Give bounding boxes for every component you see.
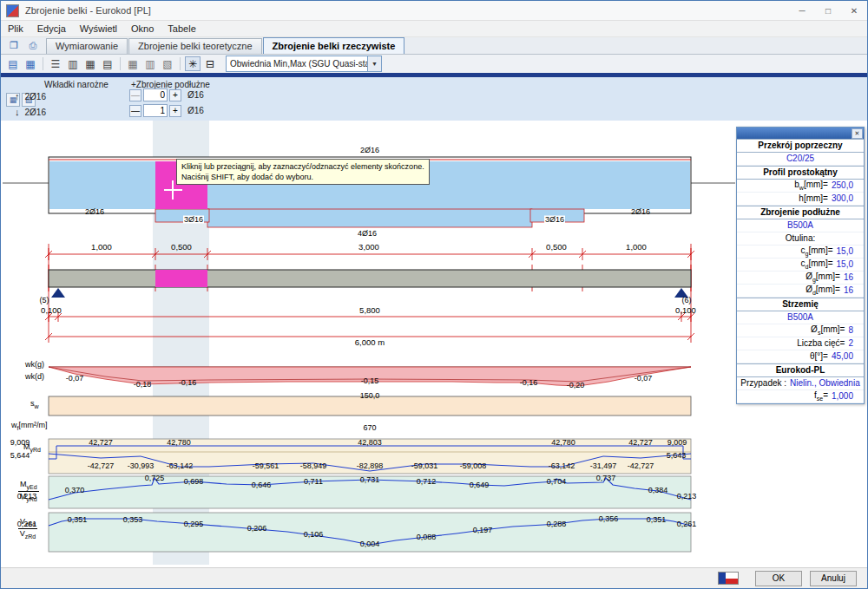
close-button[interactable]: ✕ [841, 1, 867, 20]
myed-myrd-axis-label: MyEd MyRd [18, 480, 39, 503]
canvas-label: 0,088 [417, 533, 437, 541]
menu-item-edycja[interactable]: Edycja [30, 21, 73, 36]
grid-row-icon[interactable]: ▧ [160, 56, 175, 71]
tabbar-icons: ❐⎙ [1, 37, 46, 54]
canvas-label: (6) [682, 297, 692, 304]
canvas-label: -0,07 [635, 375, 653, 383]
copy-icon[interactable]: ❐ [4, 38, 23, 53]
canvas-label: 0,100 [41, 306, 62, 315]
canvas-label: 0,370 [65, 487, 85, 494]
table-icon[interactable]: ▦ [82, 56, 98, 71]
language-flag-icon[interactable] [718, 572, 739, 585]
diameter-top-label: Ø16 [187, 90, 204, 100]
list-columns-icon[interactable]: ▥ [65, 56, 81, 71]
panel-row: Liczba cięć=2 [737, 337, 864, 350]
tab-row: ❐⎙ WymiarowanieZbrojenie belki teoretycz… [1, 37, 867, 55]
decrement-top-button[interactable]: — [129, 89, 141, 101]
arrow-up-icon: ↑ [15, 91, 20, 101]
decrement-bottom-button[interactable]: — [129, 105, 141, 117]
tooltip-line1: Kliknij lub przeciągnij, aby zaznaczyć/o… [181, 161, 424, 172]
canvas-label: -0,16 [520, 379, 538, 387]
canvas-label: -58,949 [300, 462, 327, 470]
canvas-label: 0,712 [417, 478, 437, 486]
canvas-label: -31,497 [590, 462, 617, 470]
canvas-label: 0,197 [473, 527, 493, 534]
print-icon[interactable]: ⎙ [23, 38, 43, 53]
canvas-label: 1,000 [626, 243, 647, 252]
stepper-row-bottom: — + Ø16 [128, 104, 204, 117]
envelope-select[interactable]: Obwiednia Min,Max (SGU Quasi-stała) ▼ [226, 56, 382, 72]
corner-top-row: ↑ 2Ø16 [15, 91, 46, 101]
grid-icon[interactable]: ▦ [125, 56, 141, 71]
canvas-label: -82,898 [357, 462, 384, 470]
panel-row: Eurokod-PL [737, 363, 864, 377]
panel-body: Przekrój poprzecznyC20/25Profil prostoką… [737, 139, 864, 403]
canvas-label: 3Ø16 [544, 216, 565, 224]
panel-row: B500A [737, 311, 864, 324]
tab-wymiarowanie[interactable]: Wymiarowanie [46, 38, 128, 54]
canvas-label: -63,142 [549, 462, 575, 470]
panel-close-icon[interactable]: ✕ [852, 128, 863, 139]
cancel-button[interactable]: Anuluj [810, 571, 857, 586]
minimize-button[interactable]: ─ [789, 1, 815, 20]
canvas-label: 2Ø16 [631, 208, 650, 216]
corner-top-value: 2Ø16 [25, 92, 46, 101]
canvas-label: -0,16 [179, 379, 197, 387]
canvas-label: -42,727 [628, 462, 654, 470]
app-icon [6, 4, 19, 17]
table-edit-icon[interactable]: ▦ [23, 56, 38, 71]
increment-top-button[interactable]: + [169, 89, 181, 101]
wk-g-axis-label: wk(g) [25, 361, 44, 370]
toolbar-separator [43, 57, 43, 70]
diameter-bottom-label: Ø16 [187, 106, 204, 115]
ok-button[interactable]: OK [755, 571, 802, 586]
panel-row: Profil prostokątny [737, 166, 864, 180]
display-options-icon[interactable]: ✳ [185, 56, 201, 71]
toolbar: ▤▦☰▥▦▤▦▥▧✳⊟ [4, 56, 219, 71]
chevron-down-icon[interactable]: ▼ [367, 56, 381, 71]
canvas-label: -42,727 [88, 462, 115, 470]
sw-axis-label: sw [30, 400, 39, 409]
panel-row: Przypadek :Nielin., Obwiednia [737, 377, 864, 390]
menu-item-wyswietl[interactable]: Wyświetl [73, 21, 124, 36]
panel-row: Strzemię [737, 298, 864, 311]
table-alt-icon[interactable]: ▤ [100, 56, 115, 71]
canvas-label: -30,993 [128, 462, 155, 470]
canvas-label: 2Ø16 [360, 147, 379, 154]
grid-col-icon[interactable]: ▥ [142, 56, 158, 71]
canvas-label: 0,206 [247, 525, 267, 533]
canvas-label: 2Ø16 [85, 208, 104, 216]
title-bar[interactable]: Zbrojenie belki - Eurokod [PL] ─□✕ [1, 1, 867, 21]
report-export-icon[interactable]: ▤ [5, 56, 21, 71]
tab-zbrojenie-belki-rzeczywiste[interactable]: Zbrojenie belki rzeczywiste [263, 37, 405, 54]
canvas-label: 0,353 [123, 516, 143, 524]
canvas-label: -59,008 [460, 462, 487, 470]
tab-zbrojenie-belki-teoretyczne[interactable]: Zbrojenie belki teoretyczne [128, 38, 261, 54]
canvas-label: 0,500 [171, 243, 192, 252]
canvas-label: 0,288 [547, 520, 567, 528]
canvas-label: -0,18 [134, 381, 152, 389]
corner-inserts-label: Wkładki narożne [44, 80, 108, 89]
count-top-field[interactable] [143, 88, 168, 101]
canvas-label: 670 [363, 424, 376, 432]
increment-bottom-button[interactable]: + [169, 105, 181, 117]
menu-item-plik[interactable]: Plik [1, 21, 30, 36]
canvas-label: 1,000 [91, 243, 112, 252]
maximize-button[interactable]: □ [815, 1, 841, 20]
app-window: { "window": { "title": "Zbrojenie belki … [0, 0, 868, 589]
menu-item-tabele[interactable]: Tabele [161, 21, 202, 36]
menu-item-okno[interactable]: Okno [124, 21, 161, 36]
panel-row: C20/25 [737, 153, 864, 166]
panel-row: bw[mm]=250,0 [737, 180, 864, 193]
corner-bottom-row: ↓ 2Ø16 [15, 107, 46, 117]
canvas-label: 0,213 [677, 493, 697, 501]
section-view-icon[interactable]: ⊟ [202, 56, 218, 71]
panel-titlebar[interactable]: ✕ [737, 128, 864, 139]
toolbar-separator [120, 57, 121, 70]
canvas-label: 0,704 [547, 478, 567, 486]
wk-d-axis-label: wk(d) [25, 373, 44, 382]
canvas-label: 9,009 [667, 439, 687, 447]
list-icon[interactable]: ☰ [48, 56, 63, 71]
myrd-axis-label: MyRd [23, 443, 41, 453]
count-bottom-field[interactable] [143, 104, 168, 117]
